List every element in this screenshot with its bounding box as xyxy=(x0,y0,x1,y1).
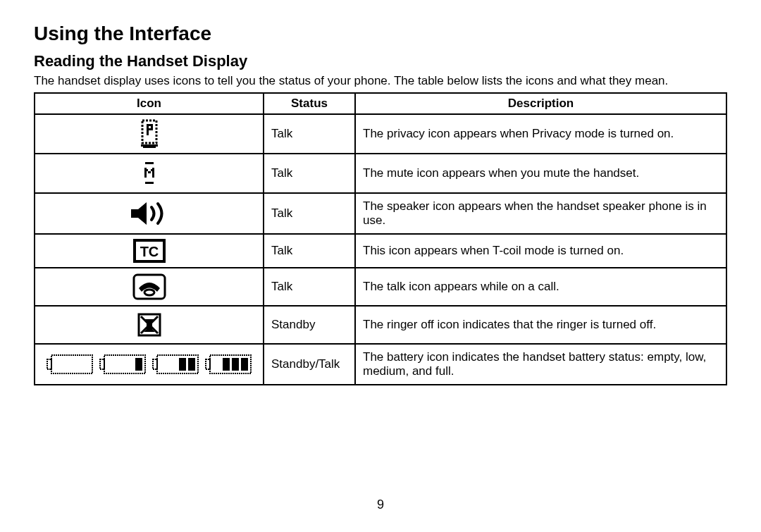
tcoil-icon: TC xyxy=(133,244,166,257)
status-cell: Standby xyxy=(264,306,355,344)
table-row: Talk The mute icon appears when you mute… xyxy=(35,154,726,193)
description-cell: This icon appears when T-coil mode is tu… xyxy=(355,234,726,268)
svg-rect-12 xyxy=(148,171,151,173)
status-cell: Standby/Talk xyxy=(264,344,355,385)
table-row: Standby/Talk The battery icon indicates … xyxy=(35,344,726,385)
svg-rect-34 xyxy=(241,358,248,371)
svg-rect-29 xyxy=(188,358,195,371)
header-icon: Icon xyxy=(35,93,264,114)
status-cell: Talk xyxy=(264,154,355,193)
svg-rect-13 xyxy=(145,182,154,184)
svg-point-17 xyxy=(144,290,154,295)
intro-text: The handset display uses icons to tell y… xyxy=(34,73,727,88)
svg-rect-8 xyxy=(144,168,147,178)
svg-rect-9 xyxy=(152,168,154,178)
icon-cell: TC xyxy=(35,234,264,268)
svg-rect-0 xyxy=(142,120,156,143)
table-row: Talk The privacy icon appears when Priva… xyxy=(35,114,726,154)
svg-rect-28 xyxy=(179,358,186,371)
description-cell: The speaker icon appears when the handse… xyxy=(355,193,726,234)
ringer-off-icon xyxy=(135,318,163,331)
page-number: 9 xyxy=(0,497,761,512)
svg-rect-25 xyxy=(135,358,142,371)
icon-cell xyxy=(35,268,264,306)
svg-rect-5 xyxy=(141,144,158,147)
table-row: Standby The ringer off icon indicates th… xyxy=(35,306,726,344)
svg-rect-6 xyxy=(143,147,156,148)
section-title: Reading the Handset Display xyxy=(34,52,727,70)
status-cell: Talk xyxy=(264,268,355,306)
svg-rect-32 xyxy=(223,358,230,371)
svg-rect-11 xyxy=(151,169,152,171)
description-cell: The ringer off icon indicates that the r… xyxy=(355,306,726,344)
table-header-row: Icon Status Description xyxy=(35,93,726,114)
svg-rect-7 xyxy=(145,162,154,164)
table-row: TC Talk This icon appears when T-coil mo… xyxy=(35,234,726,268)
page: Using the Interface Reading the Handset … xyxy=(0,0,761,532)
icon-cell xyxy=(35,114,264,154)
icon-cell xyxy=(35,154,264,193)
status-cell: Talk xyxy=(264,114,355,154)
svg-text:TC: TC xyxy=(140,244,159,259)
svg-rect-33 xyxy=(232,358,239,371)
svg-rect-22 xyxy=(51,355,92,373)
icon-cell xyxy=(35,306,264,344)
description-cell: The talk icon appears while on a call. xyxy=(355,268,726,306)
icon-cell xyxy=(35,193,264,234)
mute-icon xyxy=(140,166,159,180)
status-cell: Talk xyxy=(264,193,355,234)
description-cell: The privacy icon appears when Privacy mo… xyxy=(355,114,726,154)
svg-rect-10 xyxy=(147,169,148,171)
description-cell: The battery icon indicates the handset b… xyxy=(355,344,726,385)
speaker-icon xyxy=(128,206,171,220)
status-cell: Talk xyxy=(264,234,355,268)
battery-icon xyxy=(44,357,255,371)
privacy-icon xyxy=(140,127,159,140)
table-row: Talk The speaker icon appears when the h… xyxy=(35,193,726,234)
description-cell: The mute icon appears when you mute the … xyxy=(355,154,726,193)
svg-rect-4 xyxy=(147,128,153,130)
table-row: Talk The talk icon appears while on a ca… xyxy=(35,268,726,306)
talk-icon xyxy=(132,280,167,293)
icon-cell xyxy=(35,344,264,385)
icon-table: Icon Status Description xyxy=(34,92,727,385)
header-status: Status xyxy=(264,93,355,114)
page-title: Using the Interface xyxy=(34,23,727,45)
header-description: Description xyxy=(355,93,726,114)
